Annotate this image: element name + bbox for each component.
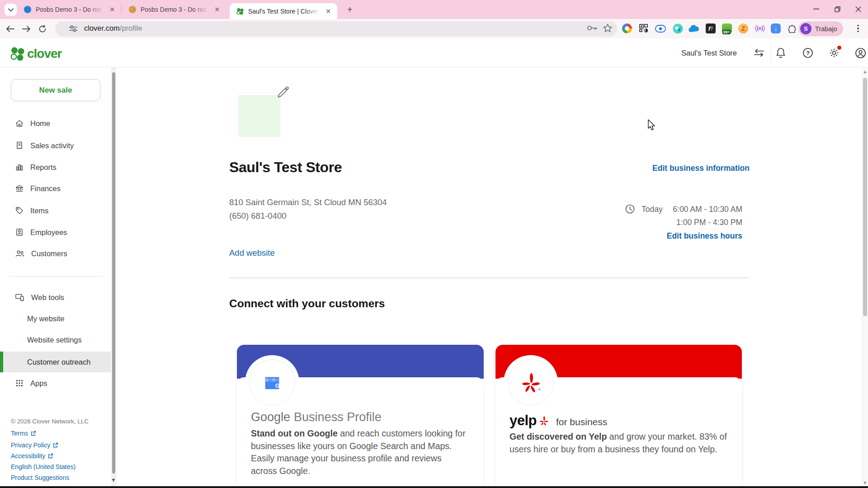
color-wheel-extension-icon[interactable] [621, 23, 633, 34]
sidebar-item-label: Employees [30, 228, 67, 237]
bookmark-star-icon[interactable] [603, 23, 612, 33]
sidebar-item-reports[interactable]: Reports [0, 157, 111, 178]
sidebar-item-customers[interactable]: Customers [0, 243, 111, 264]
tab-close-icon[interactable]: ✕ [108, 5, 116, 14]
header-store-name[interactable]: Saul's Test Store [681, 49, 737, 57]
tab-saul-store-active[interactable]: Saul's Test Store | Clover Merch ✕ [230, 3, 337, 19]
sidebar-divider [9, 276, 103, 277]
edit-business-information-link[interactable]: Edit business information [652, 164, 750, 173]
devices-icon [15, 293, 25, 302]
back-icon [6, 25, 14, 33]
qr-code-extension-icon[interactable] [638, 23, 650, 34]
tab-search-button[interactable] [5, 4, 17, 16]
profile-name: Trabajo [815, 25, 837, 33]
language-link[interactable]: English (United States) [11, 463, 75, 470]
password-key-icon[interactable] [587, 25, 598, 31]
google-business-profile-card[interactable]: G Google Business Profile Stand out on G… [237, 345, 484, 488]
bank-icon [15, 184, 24, 193]
google-card-title: Google Business Profile [251, 410, 382, 424]
connect-heading: Connect with your customers [229, 297, 385, 310]
people-icon [15, 249, 25, 258]
page-scrollbar-down-arrow[interactable]: ▼ [862, 479, 868, 486]
swap-arrows-icon [754, 49, 764, 57]
google-card-subtitle: Business Profile [294, 410, 382, 424]
external-link-icon [31, 431, 36, 436]
sidebar-item-website-settings[interactable]: Website settings [0, 329, 111, 350]
tab3-clover-favicon [236, 7, 244, 15]
sidebar-scrollbar-thumb[interactable] [112, 72, 115, 474]
extensions-puzzle-icon[interactable] [786, 23, 798, 34]
profile-avatar: S [800, 23, 811, 34]
switch-merchant-button[interactable] [753, 47, 765, 59]
restore-button[interactable] [830, 3, 844, 15]
sidebar-item-finances[interactable]: Finances [0, 178, 111, 199]
link-label: Privacy Policy [11, 441, 50, 449]
hours-day-label: Today [642, 205, 663, 214]
card-extension-icon[interactable] [655, 23, 666, 34]
page-scrollbar-up-arrow[interactable]: ▲ [862, 68, 868, 75]
product-suggestions-link[interactable]: Product Suggestions [11, 474, 69, 481]
accessibility-link[interactable]: Accessibility [11, 452, 53, 460]
yelp-for-business-card[interactable]: ® yelp for business Get discovered on Ye… [495, 345, 742, 488]
minimize-button[interactable] [809, 3, 823, 15]
broadcast-extension-icon[interactable] [754, 23, 766, 34]
page-scrollbar-thumb[interactable] [863, 78, 867, 316]
apps-grid-icon [15, 379, 24, 388]
yelp-card-title: yelp for business [509, 413, 607, 429]
store-title: Saul's Test Store [229, 159, 342, 176]
back-button[interactable] [4, 23, 16, 35]
sidebar-item-label: Items [30, 206, 48, 215]
sidebar-item-sales-activity[interactable]: Sales activity [0, 135, 111, 156]
close-button[interactable] [851, 3, 865, 15]
external-link-icon [48, 453, 53, 459]
tab-close-icon[interactable]: ✕ [324, 7, 332, 15]
link-label: Product Suggestions [11, 474, 69, 481]
tab-posbs-demo-1[interactable]: Posbs Demo 3 - Do not change ✕ [20, 0, 116, 19]
add-website-link[interactable]: Add website [229, 248, 275, 258]
help-icon: ? [802, 47, 813, 58]
minimize-icon [813, 9, 819, 9]
new-tab-button[interactable]: + [344, 4, 355, 15]
new-sale-button[interactable]: New sale [11, 79, 100, 101]
privacy-policy-link[interactable]: Privacy Policy [11, 441, 58, 449]
site-settings-icon[interactable] [69, 25, 78, 33]
google-card-description: Stand out on Google and reach customers … [251, 427, 469, 477]
notifications-button[interactable] [775, 47, 787, 59]
sidebar-item-web-tools[interactable]: Web tools [0, 287, 111, 308]
sidebar-scrollbar-down-arrow[interactable]: ▼ [111, 477, 116, 483]
header-divider [771, 43, 771, 62]
reload-button[interactable] [37, 23, 48, 35]
browser-menu-button[interactable] [854, 23, 863, 34]
sidebar-item-employees[interactable]: Employees [0, 222, 111, 243]
tab-posbs-demo-2[interactable]: Posbs Demo 3 - Do not change ✕ [125, 0, 221, 19]
edit-business-hours-link[interactable]: Edit business hours [667, 231, 742, 241]
store-logo-placeholder[interactable] [238, 95, 280, 137]
fake-filler-extension-icon[interactable]: f? [705, 23, 717, 34]
clover-logo-text: clover [27, 47, 62, 61]
terms-link[interactable]: Terms [11, 430, 36, 437]
forward-button[interactable] [20, 23, 32, 35]
forward-icon [22, 25, 31, 33]
edit-pencil-icon[interactable] [276, 84, 290, 98]
url-text[interactable]: clover.com/profile [84, 24, 142, 33]
clover-logo[interactable]: clover [9, 46, 62, 62]
sidebar-item-items[interactable]: Items [0, 200, 111, 221]
yelp-card-avatar: ® [508, 359, 554, 405]
sidebar-item-my-website[interactable]: My website [0, 308, 111, 329]
account-button[interactable] [854, 47, 866, 59]
sidebar-item-home[interactable]: Home [0, 113, 111, 134]
tab-divider [121, 5, 122, 14]
green-badge-99-extension-icon[interactable]: 99+ [721, 23, 733, 34]
salesforce-extension-icon[interactable] [688, 23, 700, 34]
help-button[interactable]: ? [802, 47, 814, 59]
tab-title: Posbs Demo 3 - Do not change [36, 6, 104, 13]
yelp-card-lead: Get discovered on Yelp [509, 432, 607, 441]
z-extension-icon[interactable]: Z [737, 23, 749, 34]
bell-icon [776, 47, 786, 58]
browser-profile-chip[interactable]: S Trabajo [798, 21, 843, 36]
download-extension-icon[interactable]: ↓ [770, 23, 782, 34]
tab-close-icon[interactable]: ✕ [213, 5, 221, 14]
sidebar-item-apps[interactable]: Apps [0, 373, 111, 394]
sidebar-item-customer-outreach[interactable]: Customer outreach [0, 352, 111, 372]
teal-extension-icon[interactable] [672, 23, 684, 34]
